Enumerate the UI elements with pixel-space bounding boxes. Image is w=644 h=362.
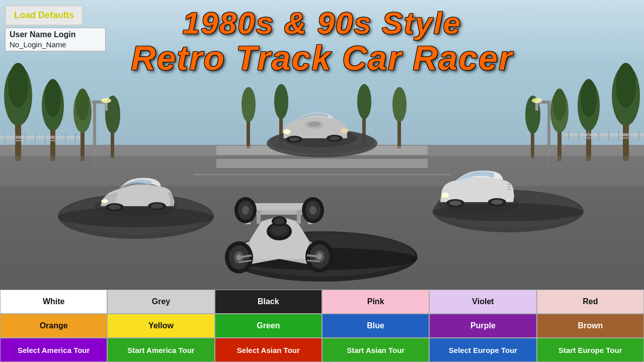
svg-point-14 (101, 98, 111, 103)
svg-point-31 (242, 87, 256, 122)
select-europe-tour-button[interactable]: Select Europe Tour (429, 338, 536, 362)
svg-point-67 (449, 201, 461, 206)
trees-left (4, 63, 120, 166)
svg-point-8 (76, 88, 89, 121)
svg-point-23 (553, 88, 566, 121)
svg-rect-63 (507, 184, 511, 185)
svg-rect-64 (507, 186, 511, 188)
svg-rect-65 (507, 189, 511, 190)
svg-rect-62 (443, 193, 448, 195)
color-green-button[interactable]: Green (215, 314, 322, 338)
svg-point-101 (242, 206, 249, 215)
svg-point-110 (274, 218, 284, 225)
svg-rect-111 (0, 136, 80, 139)
svg-rect-112 (0, 140, 80, 141)
game-title: 1980s & 90s Style Retro Track Car Racer (131, 5, 513, 77)
scene: 1980s & 90s Style Retro Track Car Racer … (0, 0, 644, 290)
color-yellow-button[interactable]: Yellow (107, 314, 214, 338)
title-line1: 1980s & 90s Style (131, 5, 513, 41)
svg-point-79 (330, 136, 340, 140)
svg-point-57 (151, 204, 163, 209)
select-america-tour-button[interactable]: Select America Tour (0, 338, 107, 362)
color-purple-button[interactable]: Purple (429, 314, 536, 338)
start-europe-tour-button[interactable]: Start Europe Tour (537, 338, 644, 362)
svg-point-17 (616, 63, 636, 108)
svg-point-2 (8, 63, 28, 108)
svg-rect-86 (257, 209, 261, 224)
svg-point-33 (274, 84, 288, 119)
color-violet-button[interactable]: Violet (429, 290, 536, 314)
svg-point-37 (392, 87, 407, 122)
svg-point-59 (102, 200, 107, 203)
user-login-name: No_Login_Name (10, 40, 101, 49)
svg-rect-87 (297, 209, 301, 224)
svg-point-29 (532, 98, 542, 103)
svg-point-20 (581, 79, 597, 117)
svg-line-108 (307, 260, 319, 261)
load-defaults-button[interactable]: Load Defaults (5, 5, 83, 26)
svg-rect-122 (564, 137, 644, 139)
svg-rect-121 (564, 133, 644, 136)
svg-point-35 (357, 84, 371, 119)
user-login-panel: User Name Login No_Login_Name (5, 28, 106, 51)
svg-line-107 (307, 255, 319, 256)
trees-right (525, 63, 640, 166)
center-back-car (282, 113, 357, 147)
fence-left (0, 133, 80, 143)
svg-rect-41 (216, 159, 428, 168)
color-grey-button[interactable]: Grey (107, 290, 214, 314)
start-asian-tour-button[interactable]: Start Asian Tour (322, 338, 429, 362)
select-asian-tour-button[interactable]: Select Asian Tour (215, 338, 322, 362)
svg-point-69 (491, 200, 503, 205)
game-container: 1980s & 90s Style Retro Track Car Racer … (0, 0, 644, 362)
color-black-button[interactable]: Black (215, 290, 322, 314)
svg-point-72 (308, 122, 320, 127)
color-brown-button[interactable]: Brown (537, 314, 644, 338)
color-white-button[interactable]: White (0, 290, 107, 314)
svg-point-84 (272, 225, 287, 234)
svg-point-74 (284, 130, 289, 133)
fence-right (564, 131, 644, 141)
start-america-tour-button[interactable]: Start America Tour (107, 338, 214, 362)
title-line2: Retro Track Car Racer (131, 38, 513, 77)
svg-point-75 (341, 128, 349, 133)
color-pink-button[interactable]: Pink (322, 290, 429, 314)
svg-point-55 (109, 205, 121, 210)
svg-point-104 (309, 206, 316, 215)
svg-point-5 (45, 79, 61, 117)
color-red-button[interactable]: Red (537, 290, 644, 314)
color-blue-button[interactable]: Blue (322, 314, 429, 338)
user-login-label: User Name Login (10, 30, 76, 39)
svg-point-77 (289, 137, 299, 141)
color-orange-button[interactable]: Orange (0, 314, 107, 338)
bottom-grid: White Grey Black Pink Violet Red Orange … (0, 290, 644, 362)
